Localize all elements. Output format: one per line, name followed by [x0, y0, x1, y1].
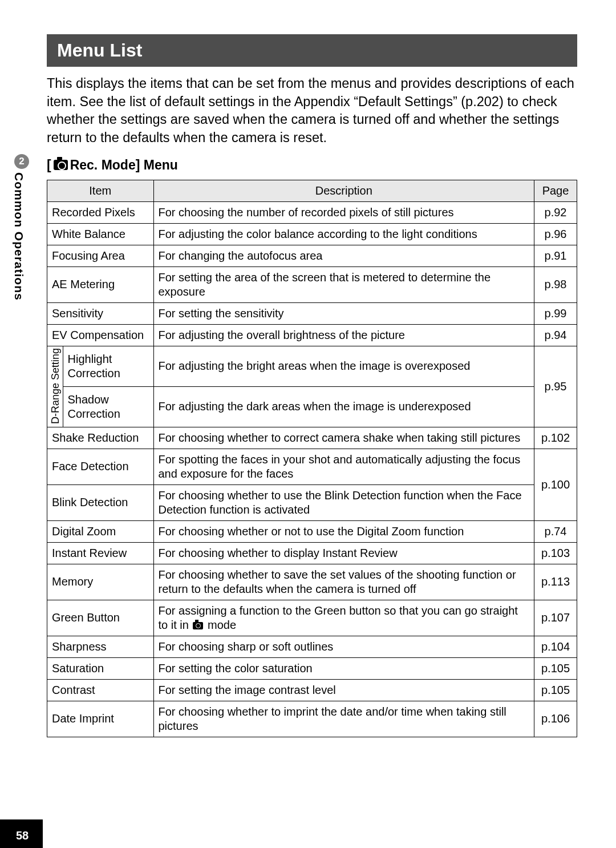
desc-text-post: mode: [204, 619, 236, 631]
table-row: White Balance For adjusting the color ba…: [47, 223, 577, 245]
table-row: Focusing Area For changing the autofocus…: [47, 245, 577, 266]
desc-cell: For choosing sharp or soft outlines: [153, 636, 534, 657]
desc-cell: For choosing whether to correct camera s…: [153, 427, 534, 449]
d-range-group-label: D-Range Setting: [47, 346, 63, 427]
table-row: Shadow Correction For adjusting the dark…: [47, 386, 577, 427]
page-cell: p.95: [534, 346, 577, 427]
table-header-row: Item Description Page: [47, 180, 577, 201]
page-cell: p.91: [534, 245, 577, 266]
desc-cell: For choosing whether to imprint the date…: [153, 701, 534, 737]
desc-cell: For adjusting the bright areas when the …: [153, 346, 534, 386]
page-cell: p.103: [534, 542, 577, 564]
item-cell: Recorded Pixels: [47, 201, 154, 223]
item-cell: Focusing Area: [47, 245, 154, 266]
desc-cell: For choosing whether to use the Blink De…: [153, 484, 534, 520]
item-cell: Contrast: [47, 679, 154, 701]
page-number: 58: [16, 829, 29, 842]
subhead-bracket: [: [47, 158, 51, 173]
chapter-title: Common Operations: [12, 172, 26, 301]
page-cell: p.113: [534, 564, 577, 600]
item-cell: Blink Detection: [47, 484, 154, 520]
table-row: Blink Detection For choosing whether to …: [47, 484, 577, 520]
table-row: Contrast For setting the image contrast …: [47, 679, 577, 701]
desc-cell: For setting the color saturation: [153, 657, 534, 679]
table-row: Digital Zoom For choosing whether or not…: [47, 520, 577, 542]
item-cell: Shake Reduction: [47, 427, 154, 449]
table-row: Saturation For setting the color saturat…: [47, 657, 577, 679]
table-row: Green Button For assigning a function to…: [47, 600, 577, 636]
page-cell: p.96: [534, 223, 577, 245]
item-cell: Date Imprint: [47, 701, 154, 737]
desc-cell: For choosing whether to save the set val…: [153, 564, 534, 600]
table-row: AE Metering For setting the area of the …: [47, 266, 577, 302]
table-row: Memory For choosing whether to save the …: [47, 564, 577, 600]
desc-cell: For adjusting the dark areas when the im…: [153, 386, 534, 427]
camera-icon: [54, 160, 68, 170]
item-cell: Highlight Correction: [63, 346, 153, 386]
desc-cell: For changing the autofocus area: [153, 245, 534, 266]
page-cell: p.98: [534, 266, 577, 302]
desc-cell: For choosing whether to display Instant …: [153, 542, 534, 564]
page-cell: p.100: [534, 449, 577, 520]
page-cell: p.102: [534, 427, 577, 449]
table-row: Date Imprint For choosing whether to imp…: [47, 701, 577, 737]
page-cell: p.105: [534, 679, 577, 701]
intro-paragraph: This displays the items that can be set …: [47, 75, 577, 147]
header-page: Page: [534, 180, 577, 201]
table-row: Sharpness For choosing sharp or soft out…: [47, 636, 577, 657]
page-cell: p.104: [534, 636, 577, 657]
item-cell: Face Detection: [47, 449, 154, 484]
desc-cell: For setting the sensitivity: [153, 302, 534, 324]
desc-cell: For choosing the number of recorded pixe…: [153, 201, 534, 223]
menu-subheading: [ Rec. Mode] Menu: [47, 158, 577, 173]
subhead-text: Rec. Mode] Menu: [70, 158, 178, 173]
rec-mode-menu-table: Item Description Page Recorded Pixels Fo…: [47, 180, 577, 737]
table-row: Sensitivity For setting the sensitivity …: [47, 302, 577, 324]
desc-cell: For spotting the faces in your shot and …: [153, 449, 534, 484]
camera-icon: [193, 622, 203, 629]
header-item: Item: [47, 180, 154, 201]
table-row: Instant Review For choosing whether to d…: [47, 542, 577, 564]
header-description: Description: [153, 180, 534, 201]
page-cell: p.106: [534, 701, 577, 737]
chapter-number-badge: 2: [14, 154, 29, 169]
item-cell: Sensitivity: [47, 302, 154, 324]
section-title: Menu List: [47, 34, 577, 67]
item-cell: White Balance: [47, 223, 154, 245]
page-cell: p.74: [534, 520, 577, 542]
table-row: Recorded Pixels For choosing the number …: [47, 201, 577, 223]
desc-cell: For choosing whether or not to use the D…: [153, 520, 534, 542]
page-cell: p.94: [534, 324, 577, 346]
item-cell: Sharpness: [47, 636, 154, 657]
item-cell: Shadow Correction: [63, 386, 153, 427]
desc-cell: For adjusting the overall brightness of …: [153, 324, 534, 346]
item-cell: EV Compensation: [47, 324, 154, 346]
item-cell: AE Metering: [47, 266, 154, 302]
page-cell: p.99: [534, 302, 577, 324]
chapter-tab: 2 Common Operations: [12, 154, 31, 301]
desc-cell: For setting the image contrast level: [153, 679, 534, 701]
page-cell: p.105: [534, 657, 577, 679]
item-cell: Green Button: [47, 600, 154, 636]
table-row: D-Range Setting Highlight Correction For…: [47, 346, 577, 386]
page-cell: p.107: [534, 600, 577, 636]
desc-cell: For assigning a function to the Green bu…: [153, 600, 534, 636]
item-cell: Instant Review: [47, 542, 154, 564]
desc-cell: For setting the area of the screen that …: [153, 266, 534, 302]
page-cell: p.92: [534, 201, 577, 223]
table-row: EV Compensation For adjusting the overal…: [47, 324, 577, 346]
desc-cell: For adjusting the color balance accordin…: [153, 223, 534, 245]
item-cell: Memory: [47, 564, 154, 600]
table-row: Shake Reduction For choosing whether to …: [47, 427, 577, 449]
table-row: Face Detection For spotting the faces in…: [47, 449, 577, 484]
item-cell: Saturation: [47, 657, 154, 679]
item-cell: Digital Zoom: [47, 520, 154, 542]
